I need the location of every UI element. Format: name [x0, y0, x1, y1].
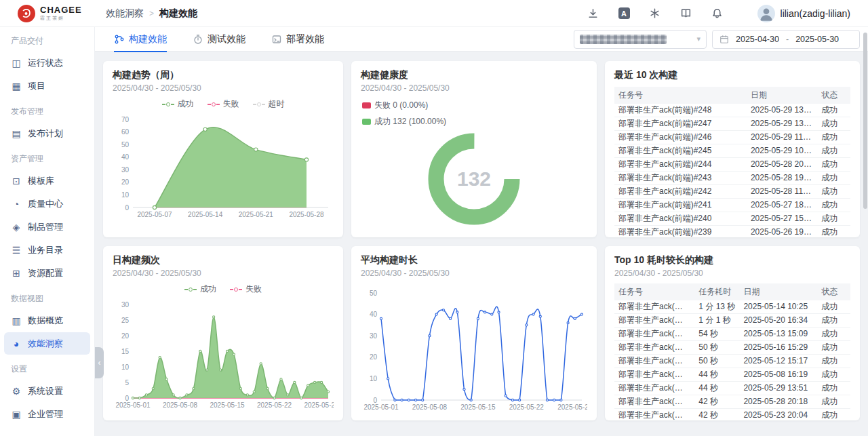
sidebar-item-quality-center[interactable]: ◔质量中心	[4, 193, 90, 215]
cell: 2025-05-29 10:59	[747, 144, 817, 158]
task-link[interactable]: 部署非生产ack(前端)#245	[614, 144, 747, 158]
artifact-management-icon: ◈	[11, 222, 22, 233]
sidebar-item-template-library[interactable]: ⊡模板库	[4, 170, 90, 192]
status-cell: 成功	[817, 199, 850, 212]
table-row: 部署非生产ack(前端)#2392025-05-26 19:02成功	[614, 226, 850, 238]
task-link[interactable]: 部署非生产ack(前端)#239	[614, 226, 747, 238]
status-cell: 成功	[817, 117, 850, 131]
task-link[interactable]: 部署非生产ack(前端...	[614, 382, 694, 395]
task-link[interactable]: 部署非生产ack(前端)#243	[614, 172, 747, 185]
projects-icon: ▦	[11, 81, 22, 92]
table-row: 部署非生产ack(前端)#2462025-05-29 11:20成功	[614, 131, 850, 144]
sidebar-item-release-plan[interactable]: ▤发布计划	[4, 122, 90, 144]
sidebar-item-insight[interactable]: ◕效能洞察	[4, 332, 90, 355]
legend-item[interactable]: 失败	[230, 283, 262, 295]
task-link[interactable]: 部署非生产ack(前端...	[614, 409, 694, 421]
user-menu[interactable]: lilian(zadig-lilian)	[757, 5, 850, 22]
sidebar-item-system-settings[interactable]: ⚙系统设置	[4, 380, 90, 402]
legend-item[interactable]: 成功 132 (100.00%)	[362, 116, 446, 127]
legend-marker	[208, 102, 220, 106]
sidebar-item-run-status[interactable]: ◫运行状态	[4, 52, 90, 74]
donut-total: 132	[457, 167, 491, 190]
legend-item[interactable]: 超时	[253, 98, 285, 110]
breadcrumb-section[interactable]: 效能洞察	[106, 7, 144, 20]
tab-label: 部署效能	[286, 33, 324, 45]
sidebar-item-projects[interactable]: ▦项目	[4, 75, 90, 97]
task-link[interactable]: 部署非生产ack(前端...	[614, 355, 694, 368]
date-range-picker[interactable]: 2025-04-30 - 2025-05-30	[712, 30, 860, 49]
table-row: 部署非生产ack(前端)#2482025-05-29 13:51成功	[614, 104, 850, 117]
legend-item[interactable]: 成功	[162, 98, 194, 110]
svg-text:2025-05-29: 2025-05-29	[304, 401, 334, 409]
table-row: 部署非生产ack(前端...42 秒2025-05-23 20:04成功	[614, 409, 850, 421]
task-link[interactable]: 部署非生产ack(前端...	[614, 368, 694, 382]
status-cell: 成功	[817, 314, 850, 328]
header-actions: A lilian(zadig-lilian)	[587, 5, 868, 22]
svg-text:20: 20	[370, 353, 378, 361]
docs-icon[interactable]	[680, 7, 692, 20]
task-link[interactable]: 部署非生产ack(前端...	[614, 300, 694, 314]
sidebar-item-label: 系统设置	[28, 385, 63, 397]
test-tab-icon	[193, 34, 203, 45]
legend-item[interactable]: 失败 0 (0.00%)	[362, 100, 428, 111]
sidebar-collapse-handle[interactable]: ‹	[95, 347, 104, 378]
tab-test-efficiency[interactable]: 测试效能	[193, 27, 245, 52]
svg-text:2025-05-28: 2025-05-28	[289, 211, 324, 218]
status-cell: 成功	[817, 382, 850, 395]
card-top10-longest-builds: Top 10 耗时较长的构建 2025/04/30 - 2025/05/30 任…	[605, 246, 860, 420]
task-link[interactable]: 部署非生产ack(前端)#248	[614, 104, 747, 117]
download-icon[interactable]	[587, 7, 599, 20]
sidebar-item-resource-config[interactable]: ⊞资源配置	[4, 262, 90, 284]
table-row: 部署非生产ack(前端...50 秒2025-05-12 15:17成功	[614, 355, 850, 368]
sidebar-item-label: 项目	[28, 80, 45, 92]
language-icon[interactable]: A	[618, 7, 630, 19]
cell: 1 分 13 秒	[694, 300, 739, 314]
legend-item[interactable]: 失败	[208, 98, 239, 110]
table-row: 部署非生产ack(前端)#2452025-05-29 10:59成功	[614, 144, 850, 158]
card-recent-builds: 最近 10 次构建 任务号日期状态部署非生产ack(前端)#2482025-05…	[605, 61, 860, 237]
integrations-icon[interactable]	[649, 7, 661, 20]
task-link[interactable]: 部署非生产ack(前端)#247	[614, 117, 747, 131]
task-link[interactable]: 部署非生产ack(前端...	[614, 328, 694, 341]
tab-bar: 构建效能 测试效能 部署效能 ▾ 2025-04-30	[95, 27, 868, 52]
task-link[interactable]: 部署非生产ack(前端)#246	[614, 131, 747, 144]
svg-text:20: 20	[121, 178, 130, 186]
legend-item[interactable]: 成功	[184, 283, 216, 295]
project-select[interactable]: ▾	[574, 30, 707, 49]
column-header: 日期	[747, 87, 817, 104]
brand-logo-icon	[18, 5, 35, 22]
cell: 2025-05-27 18:51	[747, 199, 817, 212]
task-link[interactable]: 部署非生产ack(前端...	[614, 341, 694, 355]
table-row: 部署非生产ack(前端...1 分 13 秒2025-05-14 10:25成功	[614, 300, 850, 314]
tab-build-efficiency[interactable]: 构建效能	[114, 27, 167, 52]
table-row: 部署非生产ack(前端)#2472025-05-29 13:38成功	[614, 117, 850, 131]
task-link[interactable]: 部署非生产ack(前端)#240	[614, 212, 747, 226]
task-link[interactable]: 部署非生产ack(前端...	[614, 395, 694, 409]
chart-legend: 成功失败	[113, 283, 334, 295]
tab-deploy-efficiency[interactable]: 部署效能	[271, 27, 324, 52]
build-tab-icon	[114, 34, 125, 45]
status-cell: 成功	[817, 144, 850, 158]
average-build-duration-chart: 010203040502025-05-012025-05-082025-05-1…	[361, 288, 587, 412]
legend-marker	[230, 288, 242, 292]
sidebar-item-label: 制品管理	[28, 221, 63, 233]
sidebar-item-business-catalog[interactable]: ☰业务目录	[4, 239, 90, 261]
svg-text:50: 50	[370, 290, 378, 297]
sidebar-item-artifact-management[interactable]: ◈制品管理	[4, 216, 90, 238]
page-scrollbar[interactable]	[863, 33, 867, 209]
run-status-icon: ◫	[11, 58, 22, 68]
task-link[interactable]: 部署非生产ack(前端)#244	[614, 158, 747, 172]
sidebar-item-label: 资源配置	[28, 267, 63, 279]
card-title: Top 10 耗时较长的构建	[614, 254, 850, 266]
card-title: 日构建频次	[113, 254, 334, 266]
cell: 2025-05-16 15:29	[739, 341, 817, 355]
task-link[interactable]: 部署非生产ack(前端)#241	[614, 199, 747, 212]
sidebar-item-label: 效能洞察	[28, 338, 63, 350]
sidebar-item-data-overview[interactable]: ▥数据概览	[4, 309, 90, 332]
sidebar-item-enterprise-management[interactable]: ▣企业管理	[4, 403, 90, 425]
task-link[interactable]: 部署非生产ack(前端)#242	[614, 185, 747, 199]
quality-center-icon: ◔	[11, 199, 22, 210]
notifications-icon[interactable]	[711, 7, 724, 20]
chevron-down-icon: ▾	[696, 35, 701, 43]
task-link[interactable]: 部署非生产ack(前端...	[614, 314, 694, 328]
